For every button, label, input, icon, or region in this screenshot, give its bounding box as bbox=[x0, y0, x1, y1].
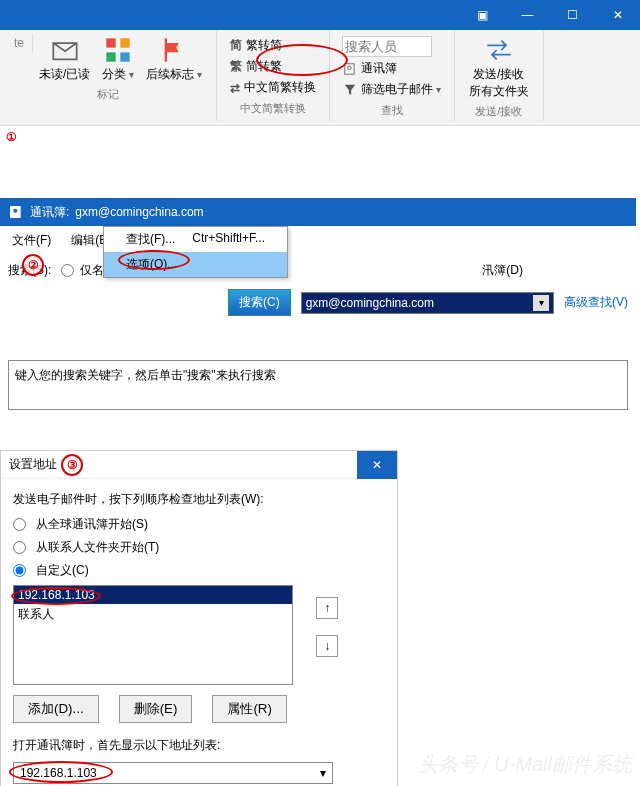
ablist-label: 汛簿(D) bbox=[482, 262, 523, 279]
list-item[interactable]: 联系人 bbox=[14, 604, 292, 625]
radio-custom[interactable] bbox=[13, 564, 26, 577]
properties-button[interactable]: 属性(R) bbox=[212, 695, 287, 723]
chevron-down-icon[interactable]: ▾ bbox=[320, 766, 326, 780]
svg-point-7 bbox=[13, 209, 17, 213]
window-close-icon[interactable]: ✕ bbox=[595, 0, 640, 30]
dialog-close-button[interactable]: ✕ bbox=[357, 451, 397, 479]
annotation-circle-2: ② bbox=[22, 254, 44, 276]
ab-menubar: 文件(F) 编辑(E) 工具(T) bbox=[0, 226, 636, 256]
conv-chinese[interactable]: ⇄中文简繁转换 bbox=[229, 78, 317, 97]
svg-rect-1 bbox=[121, 38, 130, 47]
addressbook-icon bbox=[8, 204, 24, 220]
categories-button[interactable]: 分类 bbox=[96, 34, 140, 85]
annotation-circle-3: ③ bbox=[61, 454, 83, 476]
send-receive-button[interactable]: 发送/接收 所有文件夹 bbox=[463, 34, 535, 102]
move-up-button[interactable]: ↑ bbox=[316, 597, 338, 619]
filter-email-button[interactable]: 筛选电子邮件 bbox=[342, 80, 442, 99]
options-dialog: ③ 设置地址 ✕ 发送电子邮件时，按下列顺序检查地址列表(W): 从全球通讯簿开… bbox=[0, 450, 398, 786]
chevron-down-icon[interactable]: ▾ bbox=[533, 295, 549, 311]
filter-icon bbox=[343, 83, 357, 97]
categories-icon bbox=[104, 36, 132, 64]
annotation-circle-options bbox=[118, 250, 190, 270]
menu-find[interactable]: 查找(F)... Ctr+Shiftl+F... bbox=[104, 227, 287, 252]
svg-rect-2 bbox=[107, 52, 116, 61]
annotation-oval-ip1 bbox=[11, 587, 101, 605]
flag-icon bbox=[160, 36, 188, 64]
dialog-description: 发送电子邮件时，按下列顺序检查地址列表(W): bbox=[13, 491, 385, 508]
watermark: 头条号 / U-Mail邮件系统 bbox=[418, 751, 632, 778]
svg-rect-0 bbox=[107, 38, 116, 47]
send-receive-icon bbox=[485, 36, 513, 64]
remove-button[interactable]: 删除(E) bbox=[119, 695, 193, 723]
envelope-icon bbox=[51, 36, 79, 64]
radio-contacts-folder[interactable] bbox=[13, 541, 26, 554]
search-people-input[interactable] bbox=[342, 36, 432, 57]
annotation-oval-ip2 bbox=[9, 761, 113, 783]
addressbook-window: 通讯簿: gxm@comingchina.com 文件(F) 编辑(E) 工具(… bbox=[0, 198, 636, 410]
search-hint-box: 键入您的搜索关键字，然后单击"搜索"来执行搜索 bbox=[8, 360, 628, 410]
ribbon-group-tags: te 未读/已读 分类 后续标志 标记 bbox=[0, 30, 217, 121]
svg-rect-4 bbox=[345, 63, 354, 74]
advanced-find-link[interactable]: 高级查找(V) bbox=[564, 294, 628, 311]
window-maximize-icon[interactable]: ☐ bbox=[550, 0, 595, 30]
addressbook-button[interactable]: 通讯簿 bbox=[342, 59, 442, 78]
followup-button[interactable]: 后续标志 bbox=[140, 34, 208, 85]
add-button[interactable]: 添加(D)... bbox=[13, 695, 99, 723]
search-button[interactable]: 搜索(C) bbox=[228, 289, 291, 316]
dialog-title: 设置地址 bbox=[9, 456, 57, 473]
svg-rect-3 bbox=[121, 52, 130, 61]
move-down-button[interactable]: ↓ bbox=[316, 635, 338, 657]
ribbon-group-find: 通讯簿 筛选电子邮件 查找 bbox=[330, 30, 455, 121]
radio-nameonly[interactable] bbox=[61, 264, 74, 277]
ablist-combo[interactable]: gxm@comingchina.com ▾ bbox=[301, 292, 554, 314]
ribbon-group-sendrecv: 发送/接收 所有文件夹 发送/接收 bbox=[455, 30, 544, 121]
delete-button[interactable]: te bbox=[8, 34, 33, 52]
window-minimize-icon[interactable]: — bbox=[505, 0, 550, 30]
annotation-circle-addressbook bbox=[256, 44, 348, 76]
window-restore-icon[interactable]: ▣ bbox=[460, 0, 505, 30]
ab-titlebar: 通讯簿: gxm@comingchina.com bbox=[0, 198, 636, 226]
menu-file[interactable]: 文件(F) bbox=[8, 230, 55, 252]
annotation-circle-1: ① bbox=[0, 126, 22, 148]
unread-read-button[interactable]: 未读/已读 bbox=[33, 34, 96, 85]
svg-point-5 bbox=[348, 66, 352, 70]
open-ab-label: 打开通讯簿时，首先显示以下地址列表: bbox=[13, 737, 385, 754]
radio-global-ab[interactable] bbox=[13, 518, 26, 531]
